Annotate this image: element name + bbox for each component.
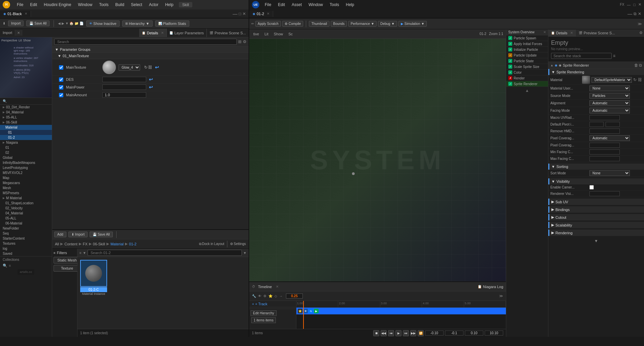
sidebar-niagara-01[interactable]: 01 [0, 145, 52, 150]
row-reset-des[interactable]: ↩ [149, 77, 153, 82]
preview-scene-tab-ue5[interactable]: 🎬 Preview Scene S... [576, 30, 618, 36]
facing-mode-select[interactable]: Automatic [589, 108, 630, 113]
menu-edit-ue5[interactable]: Edit [277, 2, 286, 8]
add-track-btn[interactable]: + + Track [249, 301, 296, 307]
sidebar-05all2[interactable]: 05-ALL [0, 216, 52, 221]
search-stack-input[interactable] [551, 53, 612, 59]
hierarchy-btn[interactable]: ⊞ Hierarchy ▼ [122, 21, 153, 27]
details-right-close[interactable]: ✕ [570, 31, 573, 35]
sidebar-04mat[interactable]: 04_Material [0, 211, 52, 216]
breadcrumb-06skill[interactable]: 06-Skill [93, 242, 105, 246]
visibility-header[interactable]: ▼ Visibility [548, 178, 644, 184]
sidebar-mmaterial[interactable]: ▶ M Material [0, 196, 52, 201]
param-groups-header[interactable]: ▼ Parameter Groups [52, 46, 249, 53]
timeline-tools-icon[interactable]: 🔧 [252, 294, 256, 298]
sidebar-niagara[interactable]: ▶ Niagara [0, 140, 52, 145]
settings-cb-btn[interactable]: ⚙ Settings [230, 241, 246, 247]
material-select[interactable]: DefaultSpriteMaterial [591, 77, 632, 83]
ue5-restore[interactable]: ⧉ [634, 11, 637, 16]
breadcrumb-fx[interactable]: FX [83, 242, 88, 246]
sidebar-06skill[interactable]: ▶ 06-Skill [0, 120, 52, 125]
sidebar-newfolder[interactable]: NewFolder [0, 226, 52, 231]
sys-sprite-renderer[interactable]: ✓ Sprite Renderer [506, 81, 548, 87]
sidebar-levelprototyping[interactable]: LevelPrototyping [0, 165, 52, 170]
asset-01-2-c[interactable]: 01-2-C Material Instance [80, 260, 107, 296]
menu-tools-ue5[interactable]: Tools [328, 2, 341, 8]
show-inactive-btn[interactable]: 👁 Show Inactive [86, 21, 119, 27]
menu-edit-h[interactable]: Edit [29, 2, 38, 8]
sys-particle-update[interactable]: ✓ Particle Update [506, 53, 548, 58]
sprite-rendering-header[interactable]: ▼ Sprite Rendering [548, 69, 644, 75]
houdini-window-tab-01black[interactable]: ◉ 01-Black ✕ [0, 11, 31, 17]
menu-asset-ue5[interactable]: Asset [290, 2, 303, 8]
menu-file-h[interactable]: File [15, 2, 25, 8]
sidebar-seq[interactable]: Seq [0, 231, 52, 236]
timeline-eye-icon[interactable]: 👁 [258, 294, 261, 298]
default-pivot-y[interactable]: 0.5 [606, 122, 620, 127]
min-facing-input[interactable]: 0.0 [589, 149, 620, 154]
sidebar-03dirt[interactable]: ▶ 03_Dirt_Render [0, 105, 52, 110]
max-facing-input[interactable]: 0.0 [589, 156, 620, 161]
main-texture-checkbox[interactable] [59, 65, 63, 70]
sidebar-mesh[interactable]: Mesh [0, 185, 52, 191]
sidebar-material[interactable]: Material [0, 125, 52, 130]
sys-render[interactable]: ✗ Render [506, 75, 548, 81]
platform-stats-btn[interactable]: 📊 Platform Stats [155, 21, 189, 27]
sidebar-megascans[interactable]: Megascans [0, 180, 52, 185]
menu-file-ue5[interactable]: File [263, 2, 272, 8]
time-input-start[interactable] [425, 331, 444, 336]
time-input-duration[interactable] [485, 331, 503, 336]
sidebar-startercontent[interactable]: StarterContent [0, 236, 52, 241]
timeline-time-input[interactable]: 0.25 [286, 293, 303, 299]
cutout-header[interactable]: ▶ Cutout [548, 214, 644, 220]
chain-icon-1[interactable]: ⛓ [148, 65, 152, 70]
collections-search-icon[interactable]: 🔍 [3, 264, 7, 268]
apply-scratch-btn[interactable]: Apply Scratch [255, 21, 281, 27]
expand-icon[interactable]: ≫ [638, 22, 642, 26]
sys-particle-spawn[interactable]: ✓ Particle Spawn [506, 35, 548, 41]
rendering-header[interactable]: ▶ Rendering [548, 230, 644, 236]
prev-btn[interactable]: ◀◀ [381, 330, 387, 336]
default-pivot-x[interactable]: 0.5 [589, 122, 604, 127]
time-input-end[interactable] [465, 331, 483, 336]
menu-houdini-engine[interactable]: Houdini Engine [42, 2, 72, 8]
houdini-maximize[interactable]: □ [239, 11, 241, 16]
sys-particle-state[interactable]: ✓ Particle State [506, 58, 548, 64]
material-user-select[interactable]: None [589, 85, 630, 91]
houdini-close[interactable]: ✕ [243, 11, 246, 16]
sys-color[interactable]: ✓ Color [506, 70, 548, 75]
row-reset-mainpower[interactable]: ↩ [149, 84, 153, 90]
perspective-btn[interactable]: Perspective [1, 39, 17, 42]
menu-build-h[interactable]: Build [114, 2, 126, 8]
stack-filter-icon[interactable]: ≡ [613, 54, 615, 58]
timeline-arrow-icon[interactable]: → [279, 294, 283, 298]
search-expand-btn[interactable]: ▼ [243, 251, 247, 255]
breadcrumb-content[interactable]: Content [64, 242, 77, 246]
save-all-btn[interactable]: 💾 Save All [26, 21, 50, 26]
vp-lit-btn[interactable]: Lit [263, 31, 270, 37]
timeline-diamond-icon[interactable]: ◇ [275, 294, 277, 298]
loop-btn[interactable]: 🔁 [418, 330, 424, 336]
maximize-btn[interactable]: □ [633, 3, 636, 7]
vp-mode-btn[interactable]: tive [252, 31, 260, 37]
time-input-current[interactable] [445, 331, 463, 336]
pixel-coverage-2-input[interactable]: 1.0 [589, 143, 620, 148]
sidebar-01-2[interactable]: 01-2 [0, 135, 52, 140]
sidebar-02velocity[interactable]: 02_Velocity [0, 206, 52, 211]
sidebar-05all[interactable]: ▶ 05-ALL [0, 115, 52, 120]
sidebar-global[interactable]: Global [0, 155, 52, 160]
sys-init-particle[interactable]: ✓ Initialize Particle [506, 47, 548, 53]
sys-apply-forces[interactable]: ✓ Apply Initial Forces [506, 41, 548, 47]
sidebar-01shapeloc[interactable]: 01_ShapeLocation [0, 201, 52, 206]
houdini-tab-close[interactable]: ✕ [25, 12, 27, 15]
ue5-close-window[interactable]: ✕ [638, 11, 641, 16]
source-mode-select[interactable]: Particles [589, 93, 630, 99]
play-prev-frame[interactable]: ⏮ [388, 330, 394, 336]
copy-sr-btn[interactable]: ⧉ [639, 63, 642, 68]
mainamount-input[interactable] [102, 92, 146, 98]
list-view-icon[interactable]: ⊞ [238, 39, 242, 44]
minimize-btn[interactable]: — [627, 3, 631, 7]
material-chain-icon[interactable]: ⛓ [638, 77, 642, 82]
pixel-coverage-1-select[interactable]: Automatic [589, 135, 630, 141]
scalability-header[interactable]: ▶ Scalability [548, 222, 644, 228]
